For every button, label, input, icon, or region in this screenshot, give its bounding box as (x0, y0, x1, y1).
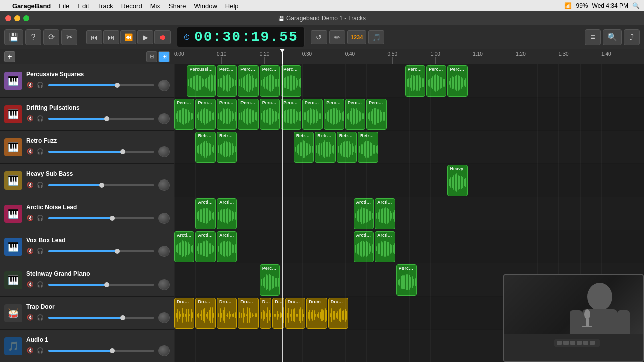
clip[interactable]: Arctic Noise Lea (174, 231, 194, 262)
pencil-button[interactable]: ✏ (329, 30, 345, 44)
track-row[interactable]: Arctic Noise LeaArctic Noise LeaArctic N… (174, 197, 644, 230)
menu-mix[interactable]: Mix (150, 2, 160, 10)
loop-button[interactable]: ⟳ (43, 29, 59, 45)
view-btn-1[interactable]: ⊟ (146, 51, 157, 62)
clip[interactable]: Retro Fuzz (358, 132, 378, 163)
volume-slider[interactable] (48, 151, 154, 153)
clip[interactable]: Arctic Noise Lea (195, 231, 215, 262)
track-row[interactable]: Retro FuzzRetro FuzzRetro FuzzRetro Fuzz… (174, 131, 644, 164)
clip[interactable]: Retro Fuzz (217, 132, 237, 163)
mute-button[interactable]: 🔇 (26, 247, 34, 255)
view-btn-2[interactable]: ⊞ (158, 51, 170, 62)
play-button[interactable]: ▶ (137, 30, 153, 44)
mute-button[interactable]: 🔇 (26, 81, 34, 89)
maximize-button[interactable] (23, 15, 29, 21)
clip[interactable]: Retro Fuzz (337, 132, 357, 163)
volume-slider[interactable] (48, 250, 154, 252)
pan-knob[interactable] (158, 146, 170, 157)
clip[interactable]: Arctic Noise Lea (354, 198, 374, 229)
pan-knob[interactable] (158, 345, 170, 356)
info-button[interactable]: ? (25, 29, 41, 45)
close-button[interactable] (5, 15, 11, 21)
headphone-button[interactable]: 🎧 (36, 115, 44, 123)
mute-button[interactable]: 🔇 (26, 148, 34, 156)
menu-share[interactable]: Share (169, 2, 186, 10)
mute-button[interactable]: 🔇 (26, 214, 34, 222)
clip[interactable]: Retro Fuzz (315, 132, 335, 163)
menu-track[interactable]: Track (97, 2, 113, 10)
clip[interactable]: Percussive Squa (405, 65, 425, 97)
clip[interactable]: Percussive Squa (281, 99, 301, 130)
headphone-button[interactable]: 🎧 (36, 314, 44, 322)
loops-button[interactable]: 🔍 (603, 29, 622, 45)
rewind-button[interactable]: ⏮ (86, 30, 102, 44)
pan-knob[interactable] (158, 179, 170, 191)
clip[interactable]: Percussive Squa (324, 99, 344, 130)
scissors-button[interactable]: ✂ (61, 29, 77, 45)
pan-knob[interactable] (158, 80, 170, 91)
clip[interactable]: Drummer (195, 298, 215, 329)
score-button[interactable]: 🎵 (368, 30, 384, 44)
clip[interactable]: Heavy (447, 165, 467, 196)
track-row[interactable]: Heavy (174, 164, 644, 197)
menu-file[interactable]: File (59, 2, 69, 10)
clip[interactable]: Percussive Squa (260, 264, 280, 296)
menu-help[interactable]: Help (225, 2, 239, 10)
pan-knob[interactable] (158, 213, 170, 224)
pan-knob[interactable] (158, 312, 170, 323)
headphone-button[interactable]: 🎧 (36, 347, 44, 355)
menu-window[interactable]: Window (194, 2, 217, 10)
track-label[interactable]: 🎹Heavy Sub Bass🔇🎧 (0, 164, 174, 197)
clip[interactable]: Drummer (285, 298, 305, 329)
clip[interactable]: Percussive Squa (302, 99, 323, 130)
mute-button[interactable]: 🔇 (26, 281, 34, 289)
clip[interactable]: Arctic Noise Lea (217, 231, 237, 262)
clip[interactable]: Drummer (238, 298, 258, 329)
clip[interactable]: Percussive Squa (174, 99, 194, 130)
search-icon[interactable]: 🔍 (632, 2, 640, 9)
clip[interactable]: Percussive Squa (217, 65, 237, 97)
volume-slider[interactable] (48, 118, 154, 120)
clip[interactable]: Drum (306, 298, 327, 329)
clip[interactable]: Percussive Squ (447, 65, 467, 97)
headphone-button[interactable]: 🎧 (36, 214, 44, 222)
editor-button[interactable]: ≡ (585, 29, 601, 45)
clip[interactable]: Arctic Noise Lea (375, 231, 395, 262)
add-track-button[interactable]: + (4, 51, 15, 62)
headphone-button[interactable]: 🎧 (36, 148, 44, 156)
headphone-button[interactable]: 🎧 (36, 281, 44, 289)
headphone-button[interactable]: 🎧 (36, 181, 44, 189)
volume-slider[interactable] (48, 184, 154, 186)
track-label[interactable]: 🎵Audio 1🔇🎧 (0, 330, 174, 362)
minimize-button[interactable] (14, 15, 20, 21)
clip[interactable]: Percussive Squa (260, 65, 280, 97)
clip[interactable]: Percussive Squa (281, 65, 301, 97)
clip[interactable]: Drum (260, 298, 271, 329)
clip[interactable]: Drummer (217, 298, 237, 329)
clip[interactable]: Arctic Noise Lea (195, 198, 215, 229)
clip[interactable]: Percussive Squa (238, 99, 258, 130)
headphone-button[interactable]: 🎧 (36, 247, 44, 255)
clip[interactable]: Percussive Squa (187, 65, 215, 97)
pan-knob[interactable] (158, 279, 170, 290)
track-label[interactable]: 🎹Vox Box Lead🔇🎧 (0, 230, 174, 263)
track-label[interactable]: 🎹Retro Fuzz🔇🎧 (0, 131, 174, 164)
track-label[interactable]: 🎹Arctic Noise Lead🔇🎧 (0, 197, 174, 230)
volume-slider[interactable] (48, 84, 154, 86)
volume-slider[interactable] (48, 217, 154, 219)
track-row[interactable]: Percussive SquaPercussive SquaPercussive… (174, 64, 644, 98)
volume-slider[interactable] (48, 317, 154, 319)
clip[interactable]: Retro Fuzz (294, 132, 314, 163)
clip[interactable]: Arctic Noise Lea (217, 198, 237, 229)
mute-button[interactable]: 🔇 (26, 181, 34, 189)
clip[interactable]: Percussive Squa (217, 99, 237, 130)
pan-knob[interactable] (158, 246, 170, 257)
volume-slider[interactable] (48, 284, 154, 286)
menu-edit[interactable]: Edit (77, 2, 89, 10)
clip[interactable]: Drum (272, 298, 284, 329)
clip[interactable]: Retro Fuzz (195, 132, 215, 163)
clip[interactable]: Percussive Squ (366, 99, 386, 130)
volume-slider[interactable] (48, 350, 154, 352)
track-label[interactable]: 🎹Percussive Squares🔇🎧 (0, 64, 174, 98)
track-label[interactable]: 🥁Trap Door🔇🎧 (0, 297, 174, 330)
